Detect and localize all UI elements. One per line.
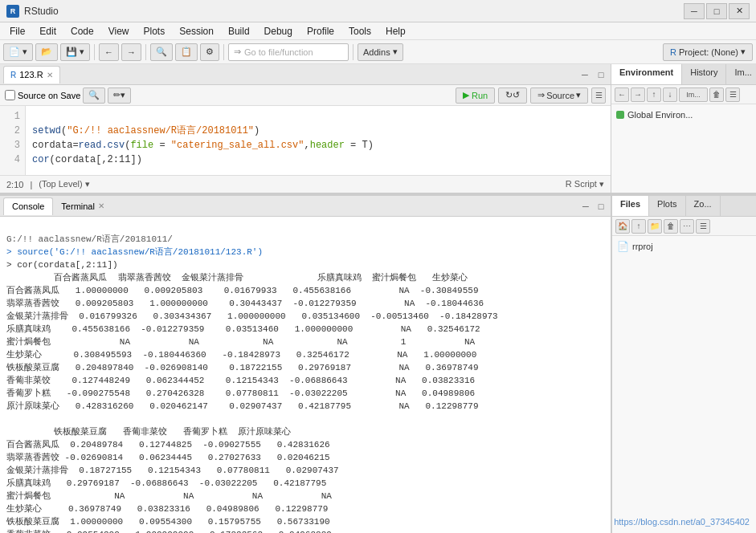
file-item-rrproj[interactable]: 📄 rrproj: [615, 239, 753, 254]
goto-file-input[interactable]: ⇒ Go to file/function: [228, 43, 349, 61]
goto-arrow-icon: ⇒: [234, 47, 241, 57]
menu-plots[interactable]: Plots: [137, 24, 172, 39]
code-tools-button[interactable]: ✏▾: [108, 87, 131, 104]
find-button[interactable]: 🔍: [150, 43, 173, 61]
search-editor-button[interactable]: 🔍: [83, 87, 105, 104]
rpanel-import-btn[interactable]: Im...: [679, 87, 708, 102]
run-button[interactable]: ▶ Run: [456, 87, 495, 104]
file-type-indicator[interactable]: R Script ▾: [566, 179, 604, 189]
rpanel-save-btn[interactable]: ↑: [647, 87, 661, 102]
addins-button[interactable]: Addins ▾: [358, 43, 403, 61]
code-line-1: setwd("G:/!! aaclassnew/R语言/20181011"): [32, 125, 259, 136]
source-on-save-check[interactable]: [5, 90, 15, 100]
global-environ-item[interactable]: Global Environ...: [615, 108, 753, 122]
line-number-1: 1: [5, 109, 20, 124]
tab-close-icon[interactable]: ✕: [47, 71, 53, 79]
rpanel-tab-history[interactable]: History: [682, 64, 726, 84]
menu-file[interactable]: File: [3, 24, 31, 39]
scope-indicator[interactable]: (Top Level) ▾: [39, 179, 89, 189]
rpanel-bottom-tab-zoom[interactable]: Zo...: [686, 196, 721, 216]
console-working-dir: G:/!! aaclassnew/R语言/20181011/: [6, 234, 173, 244]
code-line-4: [32, 169, 38, 175]
right-panel-content: Global Environ...: [611, 104, 756, 193]
right-panel: Environment History Im... ← → ↑ ↓ Im... …: [611, 64, 756, 193]
minimize-button[interactable]: ─: [684, 3, 705, 19]
another-button[interactable]: 📋: [175, 43, 198, 61]
menu-view[interactable]: View: [102, 24, 136, 39]
files-rename-btn[interactable]: ⋯: [680, 219, 694, 234]
console-tabs: Console Terminal ✕ ─ □: [0, 196, 611, 217]
files-home-btn[interactable]: 🏠: [615, 219, 630, 234]
terminal-close-icon[interactable]: ✕: [98, 201, 104, 210]
right-panel-bottom: Files Plots Zo... 🏠 ↑ 📁 🗑 ⋯ ☰ 📄 rrproj: [611, 196, 756, 533]
addins-label: Addins: [363, 47, 390, 57]
title-bar-text: RStudio: [24, 6, 684, 17]
rerun-button[interactable]: ↻↺: [498, 87, 527, 104]
menu-edit[interactable]: Edit: [33, 24, 63, 39]
new-file-button[interactable]: 📄▾: [3, 43, 33, 61]
file-name: rrproj: [632, 242, 653, 251]
goto-file-placeholder: Go to file/function: [244, 47, 313, 57]
code-content[interactable]: setwd("G:/!! aaclassnew/R语言/20181011") c…: [26, 106, 611, 175]
open-file-button[interactable]: 📂: [35, 43, 58, 61]
editor-maximize-button[interactable]: □: [595, 68, 607, 81]
right-panel-bottom-content: 📄 rrproj: [612, 236, 756, 533]
editor-toolbar: Source on Save 🔍 ✏▾ ▶ Run ↻↺ ⇒ Source ▾ …: [0, 85, 611, 106]
editor-menu-button[interactable]: ☰: [591, 87, 606, 104]
main-toolbar: 📄▾ 📂 💾▾ ← → 🔍 📋 ⚙ ⇒ Go to file/function …: [0, 40, 756, 64]
console-maximize-btn[interactable]: □: [595, 200, 607, 213]
redo-button[interactable]: →: [121, 43, 141, 61]
menu-profile[interactable]: Profile: [300, 24, 341, 39]
menu-build[interactable]: Build: [222, 24, 256, 39]
files-menu-btn[interactable]: ☰: [696, 219, 710, 234]
editor-collapse-button[interactable]: ─: [578, 68, 591, 81]
line-numbers: 1 2 3 4: [0, 106, 26, 175]
menu-tools[interactable]: Tools: [342, 24, 378, 39]
rpanel-load-btn[interactable]: ↓: [663, 87, 677, 102]
save-button[interactable]: 💾▾: [60, 43, 90, 61]
files-up-btn[interactable]: ↑: [631, 219, 646, 234]
rpanel-bottom-tab-plots[interactable]: Plots: [649, 196, 685, 216]
source-button[interactable]: ⇒ Source ▾: [530, 87, 588, 104]
editor-toolbar-right: ▶ Run ↻↺ ⇒ Source ▾ ☰: [456, 87, 606, 104]
terminal-tab-label: Terminal: [61, 201, 95, 211]
console-area: Console Terminal ✕ ─ □ G:/!! aaclassnew/…: [0, 196, 611, 533]
rpanel-back-btn[interactable]: ←: [615, 87, 629, 102]
line-number-2: 2: [5, 124, 20, 138]
undo-button[interactable]: ←: [99, 43, 119, 61]
toolbar-separator-3: [223, 44, 224, 60]
source-label: Source: [546, 91, 574, 100]
right-panel-tabs: Environment History Im...: [611, 64, 756, 85]
editor-tab-123r[interactable]: R 123.R ✕: [3, 66, 60, 83]
project-button[interactable]: R Project: (None) ▾: [663, 43, 753, 61]
files-new-folder-btn[interactable]: 📁: [648, 219, 662, 234]
menu-help[interactable]: Help: [379, 24, 412, 39]
console-tab-terminal[interactable]: Terminal ✕: [53, 197, 112, 215]
run-label: Run: [472, 91, 488, 100]
menu-code[interactable]: Code: [64, 24, 100, 39]
console-content[interactable]: G:/!! aaclassnew/R语言/20181011/ > source(…: [0, 217, 611, 533]
rpanel-forward-btn[interactable]: →: [631, 87, 645, 102]
rpanel-menu-btn[interactable]: ☰: [725, 87, 740, 102]
close-button[interactable]: ✕: [729, 3, 750, 19]
compile-button[interactable]: ⚙: [200, 43, 219, 61]
menu-debug[interactable]: Debug: [258, 24, 299, 39]
rpanel-bottom-tab-files[interactable]: Files: [612, 196, 649, 216]
global-environ-label: Global Environ...: [627, 110, 693, 120]
source-on-save-checkbox[interactable]: Source on Save: [5, 90, 80, 100]
editor-status-bar: 2:10 | (Top Level) ▾ R Script ▾: [0, 175, 611, 193]
source-on-save-label: Source on Save: [18, 91, 80, 100]
rpanel-tab-import[interactable]: Im...: [726, 64, 756, 84]
tab-file-icon: R: [10, 71, 16, 79]
console-tab-console[interactable]: Console: [3, 197, 53, 215]
rpanel-tab-environment[interactable]: Environment: [611, 64, 682, 84]
maximize-button[interactable]: □: [706, 3, 727, 19]
rpanel-clear-btn[interactable]: 🗑: [709, 87, 724, 102]
files-delete-btn[interactable]: 🗑: [664, 219, 678, 234]
folder-icon: 📄: [617, 241, 629, 252]
window-controls[interactable]: ─ □ ✕: [684, 3, 750, 19]
menu-session[interactable]: Session: [173, 24, 220, 39]
editor-tab-bar: R 123.R ✕ ─ □: [0, 64, 611, 85]
scope-label: (Top Level): [39, 179, 82, 189]
console-collapse-btn[interactable]: ─: [579, 200, 592, 213]
